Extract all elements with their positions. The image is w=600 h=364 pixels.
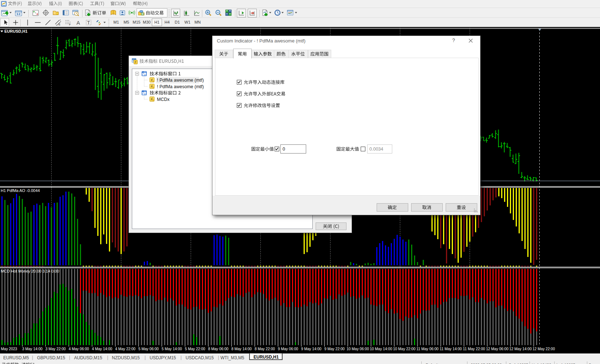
svg-text:H1 PdfMa AO -0.0044: H1 PdfMa AO -0.0044 (1, 188, 40, 193)
svg-text:A: A (76, 20, 80, 26)
svg-text:! PdfMa awesome (mtf): ! PdfMa awesome (mtf) (157, 84, 204, 89)
svg-text:F: F (69, 23, 71, 26)
svg-text:MCD Hot Money 20.00 3.14 0.00: MCD Hot Money 20.00 3.14 0.00 (1, 269, 59, 273)
svg-text:0: 0 (283, 147, 285, 152)
svg-text:MCDx: MCDx (157, 97, 170, 102)
svg-text:E: E (58, 23, 60, 26)
svg-text:! PdfMa awesome (mtf): ! PdfMa awesome (mtf) (157, 78, 204, 83)
svg-text:T: T (87, 20, 90, 25)
svg-text:EURUSD,H1: EURUSD,H1 (4, 29, 28, 33)
svg-text:0.0034: 0.0034 (369, 147, 383, 152)
